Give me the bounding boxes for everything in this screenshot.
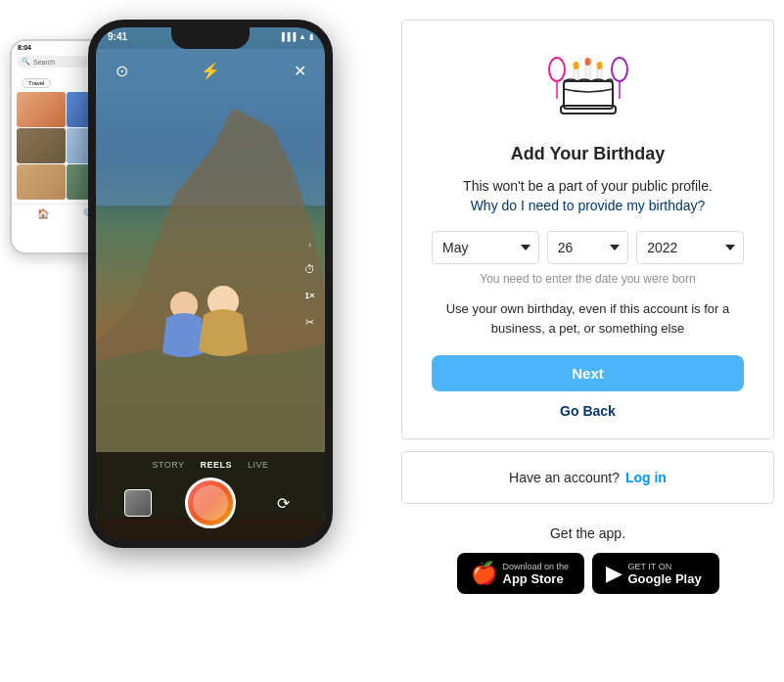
svg-rect-15 xyxy=(564,81,613,109)
apple-icon: 🍎 xyxy=(471,561,497,586)
shutter-inner xyxy=(193,485,228,521)
target-icon[interactable]: ⊙ xyxy=(108,57,135,84)
play-store-text: GET IT ON Google Play xyxy=(628,562,702,586)
validation-message: You need to enter the date you were born xyxy=(480,272,695,286)
login-card: Have an account? Log in xyxy=(401,451,774,504)
date-selectors: January February March April May June Ju… xyxy=(432,231,744,264)
speed-control[interactable]: 1× xyxy=(304,289,315,300)
svg-rect-10 xyxy=(585,64,590,81)
gallery-thumbnail[interactable] xyxy=(124,489,152,517)
timer-icon[interactable]: ⏱ xyxy=(304,261,315,275)
signal-icon: ▐▐▐ xyxy=(279,32,296,41)
front-statusbar: 9:41 ▐▐▐ ▲ ▮ xyxy=(108,31,313,42)
camera-top-controls: ⊙ ⚡ ✕ xyxy=(108,57,313,84)
home-icon[interactable]: 🏠 xyxy=(37,208,49,219)
live-tab[interactable]: LIVE xyxy=(248,460,269,470)
battery-icon: ▮ xyxy=(309,32,313,41)
have-account-text: Have an account? xyxy=(509,470,620,485)
why-birthday-link[interactable]: Why do I need to provide my birthday? xyxy=(471,198,706,213)
apple-store-text: Download on the App Store xyxy=(503,562,570,586)
play-store-label: GET IT ON xyxy=(628,562,702,571)
apple-store-label: Download on the xyxy=(503,562,570,571)
grid-item xyxy=(17,164,66,200)
reels-tab[interactable]: REELS xyxy=(201,460,233,470)
login-link[interactable]: Log in xyxy=(625,470,667,485)
svg-point-13 xyxy=(584,58,590,66)
svg-point-5 xyxy=(549,58,565,81)
grid-item xyxy=(17,92,66,127)
get-app-title: Get the app. xyxy=(550,525,625,541)
right-panel: Add Your Birthday This won't be a part o… xyxy=(401,20,774,604)
search-label: Search xyxy=(33,59,55,66)
search-icon: 🔍 xyxy=(22,58,30,66)
play-icon: ▶ xyxy=(606,561,623,586)
shutter-button[interactable] xyxy=(185,477,236,528)
camera-bottom-bar: STORY REELS LIVE ⟳ xyxy=(96,452,325,540)
svg-point-7 xyxy=(612,58,627,81)
google-play-button[interactable]: ▶ GET IT ON Google Play xyxy=(592,553,719,594)
wifi-icon: ▲ xyxy=(299,32,306,41)
app-store-buttons: 🍎 Download on the App Store ▶ GET IT ON … xyxy=(457,553,719,594)
use-own-birthday-text: Use your own birthday, even if this acco… xyxy=(432,299,744,338)
shutter-row: ⟳ xyxy=(96,477,325,528)
apple-store-name: App Store xyxy=(503,571,570,586)
music-icon[interactable]: ♪ xyxy=(304,239,315,248)
flip-camera-icon[interactable]: ⟳ xyxy=(269,489,297,517)
next-button[interactable]: Next xyxy=(432,355,744,391)
effects-icon[interactable]: ✂ xyxy=(304,314,315,329)
front-time: 9:41 xyxy=(108,31,127,42)
birthday-title: Add Your Birthday xyxy=(511,144,665,164)
close-icon[interactable]: ✕ xyxy=(286,57,313,84)
phone-inner: 9:41 ▐▐▐ ▲ ▮ xyxy=(96,27,325,540)
travel-tag[interactable]: Travel xyxy=(22,78,51,88)
get-app-section: Get the app. 🍎 Download on the App Store… xyxy=(401,516,774,604)
flash-icon[interactable]: ⚡ xyxy=(197,57,224,84)
day-select[interactable]: 26 xyxy=(547,231,628,264)
phones-container: 8:04 📷 🔍 Search Travel 🏠 🔍 xyxy=(10,20,382,626)
month-select[interactable]: January February March April May June Ju… xyxy=(432,231,539,264)
camera-side-controls: ♪ ⏱ 1× ✂ xyxy=(304,239,315,329)
phone-front: 9:41 ▐▐▐ ▲ ▮ xyxy=(88,20,333,548)
go-back-link[interactable]: Go Back xyxy=(560,403,616,419)
play-store-name: Google Play xyxy=(628,571,702,586)
svg-point-14 xyxy=(596,62,602,69)
birthday-cake-icon xyxy=(539,50,637,128)
camera-tabs: STORY REELS LIVE xyxy=(96,460,325,470)
grid-item xyxy=(17,128,66,163)
birthday-card: Add Your Birthday This won't be a part o… xyxy=(401,20,774,439)
status-icons: ▐▐▐ ▲ ▮ xyxy=(279,32,313,41)
story-tab[interactable]: STORY xyxy=(152,460,184,470)
apple-app-store-button[interactable]: 🍎 Download on the App Store xyxy=(457,553,584,594)
birthday-subtitle: This won't be a part of your public prof… xyxy=(463,178,713,194)
svg-point-12 xyxy=(573,62,578,69)
back-time: 8:04 xyxy=(18,44,31,51)
year-select[interactable]: 2022 xyxy=(636,231,744,264)
